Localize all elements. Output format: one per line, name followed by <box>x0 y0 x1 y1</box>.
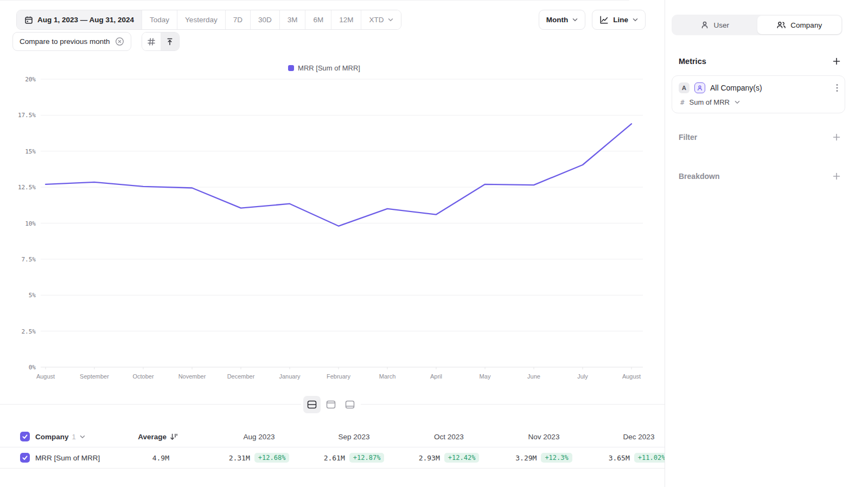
metric-options-button[interactable] <box>835 82 839 93</box>
granularity-dropdown[interactable]: Month <box>539 10 585 30</box>
add-breakdown-button[interactable] <box>831 171 842 182</box>
preset-3m[interactable]: 3M <box>279 10 305 29</box>
cell-value: 2.31M <box>229 454 250 462</box>
column-header[interactable]: Oct 2023 <box>401 433 496 441</box>
svg-text:January: January <box>279 373 301 380</box>
plus-icon <box>832 133 841 142</box>
panel-top-icon <box>326 400 336 409</box>
chevron-down-icon <box>572 18 578 22</box>
legend-label: MRR [Sum of MRR] <box>298 64 360 72</box>
chart-only-view-button[interactable] <box>322 396 340 413</box>
column-header-label: Oct 2023 <box>434 433 464 441</box>
svg-text:2.5%: 2.5% <box>22 328 36 335</box>
preset-yesterday[interactable]: Yesterday <box>177 10 225 29</box>
user-icon <box>700 21 709 29</box>
chart-type-label: Line <box>613 16 628 24</box>
value-cell[interactable]: 2.31M+12.68% <box>212 453 307 463</box>
add-metric-button[interactable] <box>831 56 842 67</box>
layout-toggle-group <box>301 395 361 414</box>
svg-text:20%: 20% <box>25 76 36 83</box>
metric-card[interactable]: A All Company(s) # Sum of MRR <box>672 75 845 113</box>
granularity-label: Month <box>546 16 568 24</box>
date-range-button[interactable]: Aug 1, 2023 — Aug 31, 2024 <box>17 10 142 29</box>
preset-12m[interactable]: 12M <box>331 10 361 29</box>
chart-type-dropdown[interactable]: Line <box>592 10 646 30</box>
date-range-label: Aug 1, 2023 — Aug 31, 2024 <box>37 16 134 24</box>
column-header[interactable]: Aug 2023 <box>212 433 307 441</box>
metric-card-header: A All Company(s) <box>679 82 839 93</box>
config-sidebar: User Company Metrics A All Company(s) <box>665 0 868 487</box>
column-header[interactable]: Dec 2023 <box>591 433 665 441</box>
row-checkbox[interactable] <box>20 453 30 463</box>
table-row-left: MRR [Sum of MRR] 4.9M <box>0 453 184 463</box>
group-by-label[interactable]: Company <box>35 433 69 441</box>
svg-text:17.5%: 17.5% <box>18 112 36 119</box>
metric-letter-badge: A <box>679 82 690 93</box>
grid-hash-toggle-button[interactable] <box>142 33 161 50</box>
delta-badge: +12.68% <box>254 453 290 463</box>
add-filter-button[interactable] <box>831 132 842 143</box>
kebab-menu-icon <box>836 84 838 92</box>
column-header[interactable]: Nov 2023 <box>496 433 591 441</box>
delta-badge: +12.3% <box>541 453 572 463</box>
svg-text:September: September <box>80 373 109 380</box>
chart-legend: MRR [Sum of MRR] <box>0 64 648 72</box>
svg-text:November: November <box>178 373 206 380</box>
svg-text:12.5%: 12.5% <box>18 184 36 191</box>
svg-text:March: March <box>379 373 396 380</box>
tab-user[interactable]: User <box>673 16 757 34</box>
preset-30d[interactable]: 30D <box>250 10 279 29</box>
value-cell[interactable]: 3.65M+11.02% <box>591 453 665 463</box>
column-header-label: Sep 2023 <box>339 433 370 441</box>
svg-text:July: July <box>577 373 588 380</box>
average-header[interactable]: Average <box>138 433 178 441</box>
preset-6m[interactable]: 6M <box>305 10 331 29</box>
company-icon <box>776 21 786 29</box>
toolbar: Aug 1, 2023 — Aug 31, 2024 TodayYesterda… <box>16 10 646 30</box>
svg-text:5%: 5% <box>29 292 36 299</box>
filter-title: Filter <box>679 133 697 142</box>
value-cell[interactable]: 2.61M+12.87% <box>307 453 401 463</box>
column-header[interactable]: Sep 2023 <box>307 433 401 441</box>
top-divider <box>0 0 629 1</box>
table-only-view-button[interactable] <box>341 396 359 413</box>
hash-icon <box>147 37 156 46</box>
calendar-icon <box>24 16 33 24</box>
cell-value: 2.61M <box>324 454 345 462</box>
tab-company[interactable]: Company <box>757 16 842 34</box>
remove-compare-icon[interactable] <box>115 37 124 46</box>
metric-entity-name: All Company(s) <box>710 84 762 92</box>
arrow-up-to-line-icon <box>165 37 174 46</box>
cell-value: 2.93M <box>419 454 440 462</box>
svg-text:August: August <box>622 373 641 380</box>
line-chart-icon <box>599 15 609 24</box>
legend-swatch <box>288 65 294 71</box>
metric-row-label: MRR [Sum of MRR] <box>35 454 100 462</box>
chart-svg[interactable]: 0%2.5%5%7.5%10%12.5%15%17.5%20%AugustSep… <box>0 76 648 385</box>
cell-value: 3.29M <box>515 454 537 462</box>
tab-user-label: User <box>713 21 729 29</box>
split-view-icon <box>307 400 317 409</box>
chevron-down-icon[interactable] <box>80 435 85 439</box>
table-row[interactable]: MRR [Sum of MRR] 4.9M 2.31M+12.68%2.61M+… <box>0 447 665 469</box>
date-range-group: Aug 1, 2023 — Aug 31, 2024 TodayYesterda… <box>16 10 401 30</box>
preset-7d[interactable]: 7D <box>225 10 250 29</box>
plus-icon <box>832 172 841 181</box>
chevron-down-icon <box>735 100 740 104</box>
chart-controls: Month Line <box>539 10 646 30</box>
column-header-label: Nov 2023 <box>528 433 560 441</box>
compare-chip[interactable]: Compare to previous month <box>12 32 131 51</box>
select-all-checkbox[interactable] <box>20 432 30 441</box>
split-view-button[interactable] <box>303 396 321 413</box>
svg-text:August: August <box>36 373 55 380</box>
preset-xtd[interactable]: XTD <box>361 10 401 29</box>
value-cell[interactable]: 3.29M+12.3% <box>496 453 591 463</box>
preset-today[interactable]: Today <box>142 10 177 29</box>
svg-text:October: October <box>132 373 154 380</box>
trend-arrow-toggle-button[interactable] <box>161 33 179 50</box>
svg-text:7.5%: 7.5% <box>22 256 36 263</box>
breakdown-title: Breakdown <box>679 172 719 181</box>
svg-text:June: June <box>527 373 540 380</box>
value-cell[interactable]: 2.93M+12.42% <box>401 453 496 463</box>
aggregation-selector[interactable]: # Sum of MRR <box>679 98 839 106</box>
